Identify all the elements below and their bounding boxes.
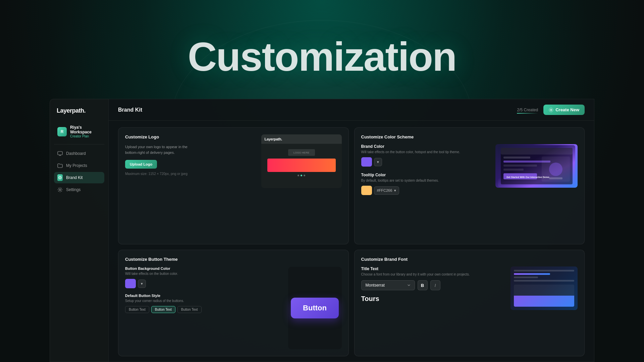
color-preview-svg: Get Started With Our Interactive Demo — [498, 145, 575, 187]
page-title: Brand Kit — [118, 107, 142, 113]
brand-color-picker-row: ▾ — [361, 157, 489, 167]
button-theme-title: Customize Button Theme — [125, 257, 342, 262]
tooltip-color-value-btn[interactable]: #FFC266 ▾ — [374, 186, 399, 195]
tooltip-hex-label: #FFC266 — [377, 188, 392, 192]
color-scheme-title: Customize Color Scheme — [361, 134, 578, 139]
fpi-bar-short — [514, 277, 538, 278]
color-controls: Brand Color Will take effects on the but… — [361, 144, 489, 201]
tooltip-dropdown-arrow: ▾ — [394, 188, 396, 193]
create-new-label: Create New — [555, 107, 579, 112]
font-italic-button[interactable]: I — [430, 280, 440, 290]
preview-logo-text: Layerpath. — [265, 137, 282, 141]
plus-icon — [549, 108, 553, 112]
brand-font-card: Customize Brand Font Title Text Choose a… — [354, 250, 585, 356]
button-preview-area: Button — [288, 267, 342, 349]
svg-point-4 — [60, 177, 61, 178]
font-card-inner: Title Text Choose a font from our librar… — [361, 266, 578, 310]
main-layout: Layerpath. R Riya's Workspace Creator Pl… — [50, 99, 594, 362]
tooltip-color-swatch[interactable] — [361, 186, 372, 195]
font-bold-button[interactable]: B — [418, 280, 428, 290]
svg-rect-19 — [549, 177, 562, 179]
btn-style-opt-2[interactable]: Button Text — [151, 306, 175, 313]
color-scheme-card: Customize Color Scheme Brand Color Will … — [354, 127, 585, 244]
font-select-row: Montserrat B I — [361, 280, 504, 290]
workspace-plan: Creator Plan — [70, 134, 101, 138]
font-preview-area — [511, 266, 578, 310]
brand-color-swatch[interactable] — [361, 157, 372, 167]
tooltip-color-picker-row: #FFC266 ▾ — [361, 186, 489, 195]
svg-point-5 — [59, 189, 61, 191]
fpi-bar-1 — [514, 270, 574, 272]
sidebar-item-dashboard[interactable]: Dashboard — [54, 148, 104, 159]
upload-logo-button[interactable]: Upload Logo — [125, 160, 157, 169]
tooltip-color-description: By default, tooltips are set to system d… — [361, 178, 489, 183]
btn-style-opt-1[interactable]: Button Text — [125, 306, 149, 313]
avatar: R — [57, 127, 67, 136]
sidebar-item-settings[interactable]: Settings — [54, 184, 104, 195]
btn-color-dropdown[interactable]: ▾ — [138, 280, 146, 288]
font-dropdown[interactable]: Montserrat — [361, 280, 415, 290]
svg-point-18 — [549, 163, 562, 176]
brand-color-section: Brand Color Will take effects on the but… — [361, 144, 489, 167]
tooltip-color-label: Tooltip Color — [361, 173, 489, 177]
logo-description: Upload your own logo to appear in the bo… — [125, 144, 192, 155]
dashboard-label: Dashboard — [66, 151, 86, 156]
monitor-icon — [57, 151, 63, 156]
preview-top-bar: Layerpath. — [261, 134, 342, 144]
font-name: Montserrat — [366, 283, 385, 288]
brand-kit-label: Brand Kit — [66, 175, 83, 180]
settings-label: Settings — [66, 187, 80, 192]
sidebar: Layerpath. R Riya's Workspace Creator Pl… — [50, 99, 108, 362]
fpi-preview-box — [514, 285, 574, 307]
hero-title: Customization — [188, 34, 457, 80]
preview-body: LOGO HERE — [261, 144, 342, 179]
create-new-button[interactable]: Create New — [543, 105, 585, 115]
title-text-label: Title Text — [361, 266, 504, 271]
brand-icon — [57, 175, 63, 180]
nav-divider — [54, 144, 104, 144]
brand-font-title: Customize Brand Font — [361, 257, 578, 262]
sidebar-item-brand-kit[interactable]: Brand Kit — [54, 172, 104, 183]
brand-color-description: Will take effects on the button color, h… — [361, 150, 489, 155]
logo-controls: Upload your own logo to appear in the bo… — [125, 144, 192, 176]
title-text-desc: Choose a font from our library and try i… — [361, 272, 504, 277]
header-right: 2/5 Created Create New — [517, 105, 585, 115]
workspace-name: Riya's Workspace — [70, 125, 101, 134]
brand-color-label: Brand Color — [361, 144, 489, 149]
preview-banner — [267, 159, 336, 172]
preview-logo-placeholder: LOGO HERE — [288, 149, 315, 156]
fpi-bar-accent — [514, 273, 550, 275]
svg-rect-14 — [503, 165, 537, 167]
button-theme-card: Customize Button Theme Button Background… — [118, 250, 349, 356]
color-preview-image: Get Started With Our Interactive Demo — [495, 144, 578, 188]
btn-style-opt-3[interactable]: Button Text — [177, 306, 202, 313]
btn-color-swatch[interactable] — [125, 279, 136, 288]
demo-button[interactable]: Button — [291, 298, 339, 318]
workspace-info: Riya's Workspace Creator Plan — [70, 125, 101, 138]
created-badge: 2/5 Created — [517, 108, 538, 112]
tooltip-color-section: Tooltip Color By default, tooltips are s… — [361, 173, 489, 195]
brand-color-dropdown[interactable]: ▾ — [374, 158, 382, 166]
cards-grid: Customize Logo Upload your own logo to a… — [109, 121, 594, 362]
content-header: Brand Kit 2/5 Created Create New — [109, 99, 594, 121]
chevron-down-icon — [407, 284, 411, 287]
projects-label: My Projects — [66, 163, 87, 168]
workspace-item[interactable]: R Riya's Workspace Creator Plan — [54, 122, 104, 141]
font-sample-text: Tours — [361, 295, 504, 303]
svg-rect-12 — [503, 157, 530, 159]
logo-card: Customize Logo Upload your own logo to a… — [118, 127, 349, 244]
folder-icon — [57, 163, 63, 168]
svg-rect-11 — [501, 148, 573, 155]
sidebar-item-projects[interactable]: My Projects — [54, 160, 104, 171]
logo-preview: Layerpath. LOGO HERE — [261, 134, 342, 188]
fpi-bar-2 — [514, 280, 574, 282]
svg-text:Get Started With Our Interacti: Get Started With Our Interactive Demo — [506, 176, 549, 178]
dot-3 — [304, 175, 305, 176]
dropdown-arrow-icon: ▾ — [377, 160, 379, 164]
svg-rect-15 — [503, 169, 524, 171]
settings-icon — [57, 187, 63, 192]
logo-note: Maximum size: 1152 × 720px, png or jpeg — [125, 172, 192, 176]
svg-rect-0 — [58, 152, 62, 155]
font-controls: Title Text Choose a font from our librar… — [361, 266, 504, 310]
dot-1 — [298, 175, 299, 176]
